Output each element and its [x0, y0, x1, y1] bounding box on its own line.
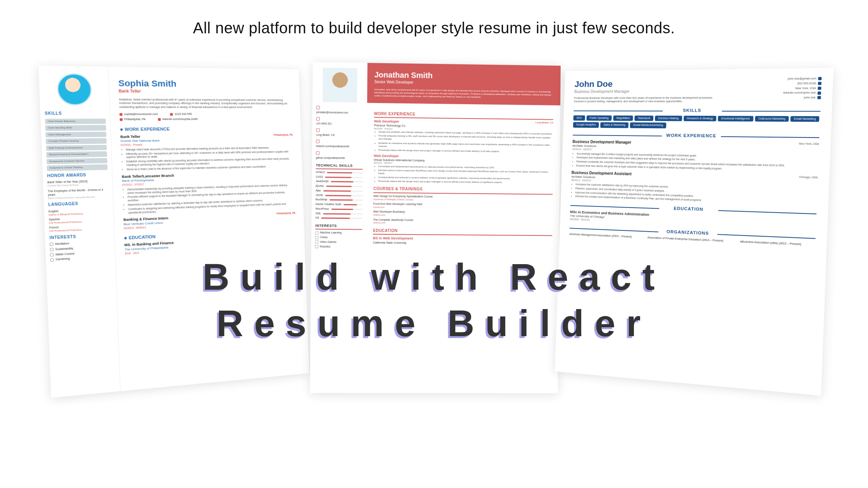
job-entry: Bank Teller/Lancaster BranchBank of Penn…: [122, 171, 295, 215]
resume-card-2: johnatan@novoresume.com 123 4543 321 Lon…: [310, 62, 561, 393]
job-bullet: Devised various custom responsive WordPr…: [378, 169, 553, 177]
card1-email: sophia@novoresume.com: [119, 113, 158, 116]
card1-role: Bank Teller: [119, 89, 291, 95]
tech-skill: Bootstrap: [315, 198, 362, 202]
job-entry: Bank TellerPhiladelphia, PADouble Star N…: [120, 133, 294, 171]
hero-tagline: All new platform to build developer styl…: [0, 0, 868, 60]
course-item: Web Developer BootcampUdemy.com: [373, 210, 553, 218]
interest-icon: [50, 253, 53, 256]
location-icon: [316, 129, 320, 132]
card1-interests-heading: INTERESTS: [49, 233, 110, 241]
location-icon: [818, 87, 821, 90]
card2-location: Long Beach, CA: [316, 129, 363, 137]
skill-pill: Sales & Marketing: [600, 122, 629, 128]
resume-card-3: John Doe Business Development Manager Pr…: [555, 68, 834, 395]
phone-icon: [818, 82, 822, 85]
interest-icon: [315, 231, 319, 234]
tech-skill: jQuery: [316, 184, 363, 188]
tech-skill: JavaScript: [316, 180, 363, 184]
language-item: FrenchFull Professional Proficiency: [49, 224, 110, 233]
skill-pill: Decision Making: [655, 115, 682, 121]
job-entry: Business Development AssistantChicago, U…: [570, 170, 818, 206]
interest-icon: [315, 236, 318, 239]
job-bullet: Proactively liaised with the design team…: [378, 180, 553, 184]
card2-linkedin: linkedin.com/in/jonathansmith: [316, 140, 363, 149]
job-location: Long Beach, CA: [536, 121, 553, 124]
skill-pill: Email Marketing: [790, 116, 820, 122]
phone-icon: [170, 113, 173, 116]
skill-pill: Complex Problem Solving: [46, 138, 107, 144]
card2-github: github.com/jonathansmith: [316, 151, 363, 160]
avatar-icon: [323, 68, 357, 103]
skill-pill: Google Analytics: [573, 122, 599, 128]
card1-work-heading: WORK EXPERIENCE: [120, 126, 293, 132]
skype-icon: [817, 96, 821, 99]
tech-skill: HTML5: [316, 171, 363, 175]
card1-honors-heading: HONOR AWARDS: [47, 172, 108, 178]
resume-card-1: SKILLS Cash Drawer BalancingCash Handlin…: [38, 65, 309, 398]
card3-email: john.doe@gmail.com: [784, 77, 822, 81]
card1-location: Philadelphia, PA: [120, 118, 146, 121]
job-location: Chicago, USA: [799, 175, 818, 179]
tech-skill: Ajax: [315, 189, 362, 193]
card2-interests-heading: INTERESTS: [315, 224, 362, 230]
tech-skill: WordPress: [315, 207, 362, 211]
job-entry: Web DeveloperLong Beach, CAPrecious Tech…: [374, 119, 553, 153]
tech-skill: Adobe Creative Suite: [315, 203, 362, 206]
card2-edu-heading: EDUCATION: [373, 229, 553, 236]
mail-icon: [119, 113, 122, 116]
interest-item: Machine Learning: [315, 231, 362, 235]
skill-pill: Social Media Advertising: [630, 122, 666, 128]
job-entry: Web DeveloperVirtual Solutions Internati…: [374, 154, 553, 184]
card3-linkedin: linkedin.com/in/john.doe: [783, 91, 821, 95]
skill-pill: Client Management: [45, 132, 106, 137]
card3-name: John Doe: [574, 78, 716, 89]
card3-work-heading: WORK EXPERIENCE: [573, 132, 820, 140]
card2-main: Jonathan Smith Senior Web Developer Inno…: [365, 63, 561, 393]
card2-edu-school: California State University: [373, 241, 552, 246]
card3-location: New York, USA: [783, 86, 821, 90]
job-entry: Banking & Finance InternPhiladelphia, PA…: [123, 211, 296, 230]
interest-item: Gardening: [50, 255, 111, 262]
skill-pill: Analytical & Critical Thinking: [47, 164, 108, 171]
card3-summary: Professional Business Developer with mor…: [574, 96, 715, 103]
skill-pill: Negotiation: [613, 115, 633, 121]
linkedin-icon: [316, 140, 320, 143]
skill-pill: Public Speaking: [586, 115, 612, 121]
linkedin-icon: [158, 118, 161, 121]
skill-pill: Cash Drawer Balancing: [45, 119, 106, 124]
card3-skype: john.doe: [783, 96, 821, 100]
card2-courses-heading: COURSES & TRAININGS: [373, 187, 553, 195]
interest-icon: [50, 258, 54, 262]
interest-item: Chess: [315, 236, 362, 240]
mail-icon: [818, 77, 822, 80]
job-location: New York, USA: [799, 142, 819, 146]
interest-item: Robotics: [315, 245, 362, 249]
skill-pill: Teamwork: [635, 115, 654, 121]
card2-phone: 123 4543 321: [316, 117, 363, 126]
card3-phone: 202-555-0166: [784, 82, 822, 86]
skill-pill: Cash Handling Skills: [45, 125, 106, 131]
card3-contacts: john.doe@gmail.com 202-555-0166 New York…: [783, 77, 822, 103]
tech-skill: CSS3: [316, 175, 363, 179]
card3-role: Business Development Manager: [574, 89, 716, 94]
card2-email: johnatan@novoresume.com: [316, 106, 363, 115]
skill-pill: Outbound Marketing: [755, 116, 789, 122]
org-item: eBusiness Association (eBA) (2013 – Pres…: [740, 240, 801, 246]
job-location: Philadelphia, PA: [276, 211, 295, 215]
skill-pill: SEO: [573, 115, 585, 120]
tech-skill: Git: [315, 217, 362, 220]
card2-work-heading: WORK EXPERIENCE: [374, 112, 553, 120]
honor-item: The Employee of the Month - 8 times in 4…: [48, 188, 108, 200]
interest-icon: [315, 241, 318, 244]
card1-sidebar: SKILLS Cash Drawer BalancingCash Handlin…: [38, 65, 120, 398]
mail-icon: [316, 106, 320, 109]
job-location: Philadelphia, PA: [274, 133, 293, 136]
card3-skills-heading: SKILLS: [574, 108, 820, 113]
github-icon: [316, 151, 319, 155]
course-item: Front End Web Developer Learning PathLyn…: [373, 203, 553, 210]
card2-summary: Innovative, task-driven professional wit…: [374, 88, 554, 100]
skill-pill: Exceptional Customer Service: [46, 158, 107, 164]
tech-skill: XML: [315, 212, 362, 216]
interest-icon: [315, 245, 318, 248]
